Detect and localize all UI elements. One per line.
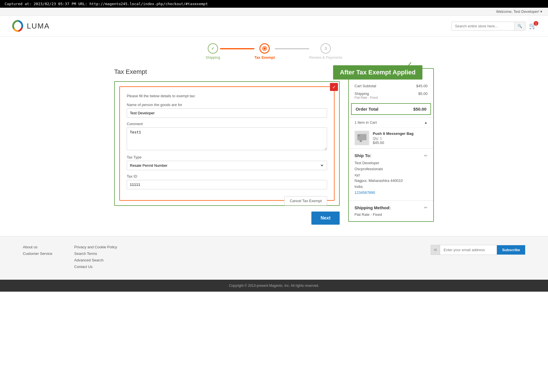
copyright-text: Copyright © 2013-present Magento, Inc. A…	[229, 284, 319, 288]
address-country: India	[354, 184, 428, 190]
footer-links-area: About us Customer Service Privacy and Co…	[0, 236, 548, 280]
shipping-sub-label: Flat Rate - Fixed	[354, 96, 378, 99]
tax-id-label: Tax ID	[127, 174, 327, 178]
annotation-label: After Tax Exempt Applied	[340, 69, 416, 76]
tax-exempt-form: ✓ Please fill the below details to exemp…	[119, 86, 335, 201]
step-circle-tax	[259, 43, 270, 54]
cart-item-image	[354, 131, 369, 145]
form-check-icon: ✓	[330, 83, 338, 91]
shipping-method-value: Flat Rate - Fixed	[354, 212, 428, 217]
ship-to-section: Ship To: ✏ Test Developer Oscprofessiona…	[349, 148, 433, 200]
cart-item-price: $45.00	[373, 141, 414, 145]
order-summary-panel: Order Summary Cart Subtotal $45.00 Shipp…	[348, 68, 434, 222]
tax-id-field-group: Tax ID	[127, 174, 327, 189]
cart-button[interactable]: 🛒 1	[529, 22, 537, 30]
address-phone[interactable]: 1234567890	[354, 190, 375, 195]
footer-link-customer-service[interactable]: Customer Service	[23, 251, 57, 256]
next-btn-wrapper: Next	[114, 212, 340, 225]
step-label-shipping: Shipping	[206, 55, 220, 60]
shipping-label-group: Shipping Flat Rate - Fixed	[354, 92, 378, 99]
header-right: 🔍 🛒 1	[451, 22, 537, 31]
step-label-tax: Tax Exempt	[254, 55, 275, 60]
step-connector-2	[275, 48, 309, 49]
shipping-label: Shipping	[354, 92, 369, 96]
welcome-bar: Welcome, Test Developer! ▾	[0, 8, 548, 16]
svg-rect-8	[358, 135, 360, 136]
active-step-icon	[262, 46, 267, 51]
shipping-method-header: Shipping Method: ✏	[354, 205, 428, 210]
footer-col-1: About us Customer Service	[23, 245, 57, 258]
footer-link-about[interactable]: About us	[23, 245, 57, 249]
shipping-method-edit-icon[interactable]: ✏	[424, 205, 428, 210]
newsletter-area: ✉ Subscribe	[431, 245, 525, 255]
footer-col-2: Privacy and Cookie Policy Search Terms A…	[74, 245, 117, 271]
chevron-up-icon: ▲	[424, 121, 428, 125]
cart-item: Push It Messenger Bag Qty: 1 $45.00	[349, 127, 433, 148]
luma-logo-icon	[11, 20, 24, 32]
step-circle-review: 3	[321, 43, 331, 54]
address-street: xyz	[354, 172, 428, 178]
footer-link-privacy[interactable]: Privacy and Cookie Policy	[74, 245, 117, 249]
address-city-state: Nagpur, Maharashtra 440010	[354, 178, 428, 184]
step-label-review: Review & Payments	[309, 55, 342, 60]
newsletter-email-input[interactable]	[440, 245, 497, 255]
step-circle-shipping: ✓	[208, 43, 218, 54]
cart-subtotal-label: Cart Subtotal	[354, 84, 376, 88]
ship-to-edit-icon[interactable]: ✏	[424, 153, 428, 158]
comment-field-group: Comment Test1	[127, 122, 327, 151]
svg-rect-6	[357, 134, 366, 140]
order-total-value: $50.00	[413, 107, 426, 111]
logo-text: LUMA	[27, 22, 50, 31]
step-shipping: ✓ Shipping	[206, 43, 220, 60]
page-title: Tax Exempt	[114, 68, 340, 76]
shipping-row: Shipping Flat Rate - Fixed $5.00	[349, 90, 433, 101]
items-in-cart-label: 1 Item in Cart	[354, 120, 377, 125]
site-header: LUMA 🔍 🛒 1	[0, 16, 548, 36]
logo-area: LUMA	[11, 20, 50, 32]
address-name: Test Developer	[354, 160, 428, 166]
footer-link-contact[interactable]: Contact Us	[74, 265, 117, 269]
cart-items-toggle[interactable]: 1 Item in Cart ▲	[349, 117, 433, 127]
svg-rect-7	[360, 140, 362, 142]
cart-subtotal-row: Cart Subtotal $45.00	[349, 82, 433, 90]
svg-point-2	[263, 47, 266, 50]
order-total-label: Order Total	[356, 107, 378, 111]
comment-textarea[interactable]: Test1	[127, 127, 327, 150]
step-review: 3 Review & Payments	[309, 43, 342, 60]
checkout-steps: ✓ Shipping Tax Exempt 3 Review & Payment…	[0, 36, 548, 62]
cancel-tax-exempt-button[interactable]: Cancel Tax Exempt	[284, 196, 327, 206]
product-image-icon	[355, 131, 369, 145]
footer-link-search-terms[interactable]: Search Terms	[74, 251, 117, 256]
footer-copyright: Copyright © 2013-present Magento, Inc. A…	[0, 280, 548, 292]
address-company: Oscprofessionals	[354, 166, 428, 172]
shipping-value: $5.00	[418, 92, 428, 99]
shipping-method-section: Shipping Method: ✏ Flat Rate - Fixed	[349, 200, 433, 221]
search-input[interactable]	[452, 22, 514, 30]
comment-label: Comment	[127, 122, 327, 126]
next-button[interactable]: Next	[311, 212, 340, 225]
ship-to-header: Ship To: ✏	[354, 153, 428, 158]
search-button[interactable]: 🔍	[514, 22, 525, 30]
tax-id-input[interactable]	[127, 180, 327, 189]
step-connector-1	[220, 48, 254, 49]
left-column: Tax Exempt ✓ Please fill the below detai…	[114, 68, 340, 225]
capture-bar: Captured at: 2023/02/23 05:37 PM URL: ht…	[0, 0, 548, 8]
site-footer: About us Customer Service Privacy and Co…	[0, 236, 548, 292]
form-description: Please fill the below details to exempt …	[127, 94, 327, 98]
welcome-text[interactable]: Welcome, Test Developer! ▾	[496, 9, 542, 14]
tax-type-select[interactable]: Resale Permit Number Government ID Other	[127, 161, 327, 170]
cart-item-qty: Qty: 1	[373, 137, 414, 141]
order-total-row: Order Total $50.00	[351, 103, 431, 115]
cart-badge: 1	[534, 21, 538, 26]
cart-item-name: Push It Messenger Bag	[373, 131, 414, 136]
outer-form-box: ✓ Please fill the below details to exemp…	[114, 81, 340, 206]
newsletter-email-icon: ✉	[431, 245, 440, 255]
main-content: Tax Exempt ✓ Please fill the below detai…	[103, 62, 445, 236]
name-field-group: Name of person the goods are for	[127, 103, 327, 118]
footer-link-advanced-search[interactable]: Advanced Search	[74, 258, 117, 262]
ship-to-title: Ship To:	[354, 153, 371, 158]
name-input[interactable]	[127, 108, 327, 118]
step-tax-exempt: Tax Exempt	[254, 43, 275, 60]
cart-item-details: Push It Messenger Bag Qty: 1 $45.00	[373, 131, 414, 145]
subscribe-button[interactable]: Subscribe	[497, 245, 525, 255]
